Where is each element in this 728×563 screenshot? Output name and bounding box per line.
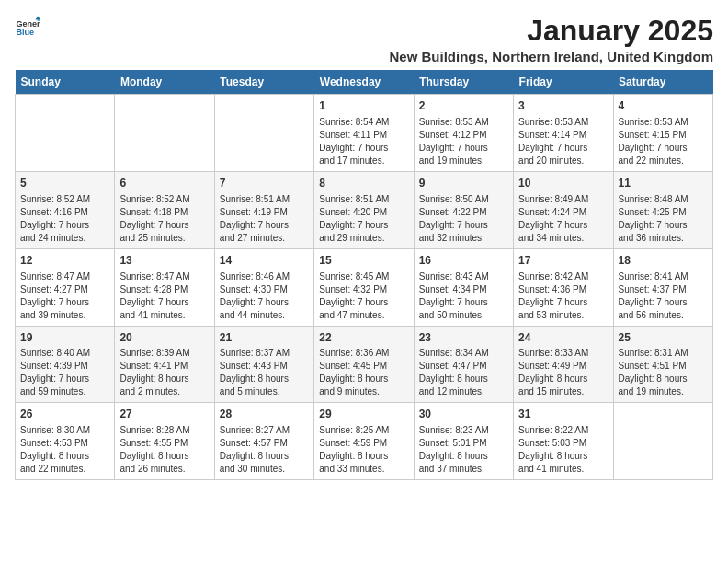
day-content: Sunrise: 8:39 AM Sunset: 4:41 PM Dayligh… xyxy=(119,347,209,398)
weekday-header-thursday: Thursday xyxy=(414,70,513,95)
day-number: 19 xyxy=(20,330,109,346)
calendar-cell: 25Sunrise: 8:31 AM Sunset: 4:51 PM Dayli… xyxy=(613,326,712,403)
day-number: 28 xyxy=(220,407,309,422)
day-number: 1 xyxy=(319,98,408,114)
day-number: 29 xyxy=(319,407,408,422)
calendar-cell: 9Sunrise: 8:50 AM Sunset: 4:22 PM Daylig… xyxy=(414,171,513,248)
calendar-cell: 24Sunrise: 8:33 AM Sunset: 4:49 PM Dayli… xyxy=(514,326,613,403)
day-content: Sunrise: 8:30 AM Sunset: 4:53 PM Dayligh… xyxy=(20,424,109,476)
logo-icon: General Blue xyxy=(15,15,40,40)
calendar-cell: 10Sunrise: 8:49 AM Sunset: 4:24 PM Dayli… xyxy=(514,171,613,248)
day-content: Sunrise: 8:43 AM Sunset: 4:34 PM Dayligh… xyxy=(419,270,508,322)
day-number: 9 xyxy=(419,176,508,191)
day-number: 15 xyxy=(319,253,408,269)
day-number: 20 xyxy=(119,330,209,346)
calendar-cell: 7Sunrise: 8:51 AM Sunset: 4:19 PM Daylig… xyxy=(214,171,313,248)
weekday-header-sunday: Sunday xyxy=(16,70,115,95)
calendar-cell: 30Sunrise: 8:23 AM Sunset: 5:01 PM Dayli… xyxy=(414,403,513,480)
calendar-cell: 1Sunrise: 8:54 AM Sunset: 4:11 PM Daylig… xyxy=(314,95,414,172)
calendar-cell: 4Sunrise: 8:53 AM Sunset: 4:15 PM Daylig… xyxy=(613,95,712,172)
day-content: Sunrise: 8:42 AM Sunset: 4:36 PM Dayligh… xyxy=(518,270,608,322)
day-content: Sunrise: 8:33 AM Sunset: 4:49 PM Dayligh… xyxy=(518,347,608,398)
calendar-cell: 13Sunrise: 8:47 AM Sunset: 4:28 PM Dayli… xyxy=(115,248,214,326)
calendar-cell: 22Sunrise: 8:36 AM Sunset: 4:45 PM Dayli… xyxy=(314,326,414,403)
day-content: Sunrise: 8:34 AM Sunset: 4:47 PM Dayligh… xyxy=(419,347,508,398)
calendar-cell: 23Sunrise: 8:34 AM Sunset: 4:47 PM Dayli… xyxy=(414,326,513,403)
weekday-header-tuesday: Tuesday xyxy=(214,70,313,95)
day-content: Sunrise: 8:51 AM Sunset: 4:19 PM Dayligh… xyxy=(220,193,309,245)
calendar-cell: 6Sunrise: 8:52 AM Sunset: 4:18 PM Daylig… xyxy=(115,171,214,248)
weekday-header-saturday: Saturday xyxy=(613,70,712,95)
month-title: January 2025 xyxy=(389,15,713,47)
day-content: Sunrise: 8:53 AM Sunset: 4:15 PM Dayligh… xyxy=(619,116,708,167)
day-content: Sunrise: 8:51 AM Sunset: 4:20 PM Dayligh… xyxy=(319,193,408,245)
calendar-cell: 17Sunrise: 8:42 AM Sunset: 4:36 PM Dayli… xyxy=(514,248,613,326)
svg-text:General: General xyxy=(16,19,40,29)
day-content: Sunrise: 8:49 AM Sunset: 4:24 PM Dayligh… xyxy=(518,193,608,245)
calendar-cell: 28Sunrise: 8:27 AM Sunset: 4:57 PM Dayli… xyxy=(214,403,313,480)
day-content: Sunrise: 8:48 AM Sunset: 4:25 PM Dayligh… xyxy=(619,193,708,245)
day-number: 26 xyxy=(20,407,109,422)
calendar-cell: 21Sunrise: 8:37 AM Sunset: 4:43 PM Dayli… xyxy=(214,326,313,403)
calendar-week-row: 5Sunrise: 8:52 AM Sunset: 4:16 PM Daylig… xyxy=(16,171,713,248)
title-area: January 2025 New Buildings, Northern Ire… xyxy=(389,15,713,64)
calendar-cell: 19Sunrise: 8:40 AM Sunset: 4:39 PM Dayli… xyxy=(16,326,115,403)
calendar-cell: 15Sunrise: 8:45 AM Sunset: 4:32 PM Dayli… xyxy=(314,248,414,326)
day-number: 30 xyxy=(419,407,508,422)
day-number: 7 xyxy=(220,176,309,191)
calendar-cell: 3Sunrise: 8:53 AM Sunset: 4:14 PM Daylig… xyxy=(514,95,613,172)
day-number: 10 xyxy=(518,176,608,191)
calendar-week-row: 12Sunrise: 8:47 AM Sunset: 4:27 PM Dayli… xyxy=(16,248,713,326)
day-content: Sunrise: 8:36 AM Sunset: 4:45 PM Dayligh… xyxy=(319,347,408,398)
day-content: Sunrise: 8:22 AM Sunset: 5:03 PM Dayligh… xyxy=(518,424,608,476)
day-number: 16 xyxy=(419,253,508,269)
calendar-cell: 27Sunrise: 8:28 AM Sunset: 4:55 PM Dayli… xyxy=(115,403,214,480)
day-content: Sunrise: 8:53 AM Sunset: 4:12 PM Dayligh… xyxy=(419,116,508,167)
day-number: 18 xyxy=(619,253,708,269)
day-content: Sunrise: 8:37 AM Sunset: 4:43 PM Dayligh… xyxy=(220,347,309,398)
day-number: 25 xyxy=(619,330,708,346)
day-content: Sunrise: 8:50 AM Sunset: 4:22 PM Dayligh… xyxy=(419,193,508,245)
calendar-week-row: 1Sunrise: 8:54 AM Sunset: 4:11 PM Daylig… xyxy=(16,95,713,172)
day-content: Sunrise: 8:47 AM Sunset: 4:27 PM Dayligh… xyxy=(20,270,109,322)
day-content: Sunrise: 8:23 AM Sunset: 5:01 PM Dayligh… xyxy=(419,424,508,476)
day-number: 5 xyxy=(20,176,109,191)
day-content: Sunrise: 8:31 AM Sunset: 4:51 PM Dayligh… xyxy=(619,347,708,398)
day-content: Sunrise: 8:25 AM Sunset: 4:59 PM Dayligh… xyxy=(319,424,408,476)
page-header: General Blue January 2025 New Buildings,… xyxy=(15,15,713,64)
day-number: 11 xyxy=(619,176,708,191)
calendar-cell: 16Sunrise: 8:43 AM Sunset: 4:34 PM Dayli… xyxy=(414,248,513,326)
calendar-cell: 18Sunrise: 8:41 AM Sunset: 4:37 PM Dayli… xyxy=(613,248,712,326)
day-content: Sunrise: 8:53 AM Sunset: 4:14 PM Dayligh… xyxy=(518,116,608,167)
calendar-cell: 5Sunrise: 8:52 AM Sunset: 4:16 PM Daylig… xyxy=(16,171,115,248)
day-number: 23 xyxy=(419,330,508,346)
day-content: Sunrise: 8:52 AM Sunset: 4:16 PM Dayligh… xyxy=(20,193,109,245)
day-number: 4 xyxy=(619,98,708,114)
weekday-header-row: SundayMondayTuesdayWednesdayThursdayFrid… xyxy=(16,70,713,95)
calendar-cell xyxy=(115,95,214,172)
svg-text:Blue: Blue xyxy=(16,28,34,37)
day-content: Sunrise: 8:40 AM Sunset: 4:39 PM Dayligh… xyxy=(20,347,109,398)
day-content: Sunrise: 8:52 AM Sunset: 4:18 PM Dayligh… xyxy=(119,193,209,245)
calendar-cell: 14Sunrise: 8:46 AM Sunset: 4:30 PM Dayli… xyxy=(214,248,313,326)
weekday-header-friday: Friday xyxy=(514,70,613,95)
calendar-cell xyxy=(214,95,313,172)
location-title: New Buildings, Northern Ireland, United … xyxy=(389,49,713,64)
calendar-cell: 29Sunrise: 8:25 AM Sunset: 4:59 PM Dayli… xyxy=(314,403,414,480)
day-content: Sunrise: 8:41 AM Sunset: 4:37 PM Dayligh… xyxy=(619,270,708,322)
day-number: 17 xyxy=(518,253,608,269)
day-content: Sunrise: 8:54 AM Sunset: 4:11 PM Dayligh… xyxy=(319,116,408,167)
day-content: Sunrise: 8:46 AM Sunset: 4:30 PM Dayligh… xyxy=(220,270,309,322)
day-number: 12 xyxy=(20,253,109,269)
day-number: 8 xyxy=(319,176,408,191)
calendar-cell: 11Sunrise: 8:48 AM Sunset: 4:25 PM Dayli… xyxy=(613,171,712,248)
day-number: 22 xyxy=(319,330,408,346)
day-number: 24 xyxy=(518,330,608,346)
day-number: 13 xyxy=(119,253,209,269)
calendar-week-row: 26Sunrise: 8:30 AM Sunset: 4:53 PM Dayli… xyxy=(16,403,713,480)
day-content: Sunrise: 8:45 AM Sunset: 4:32 PM Dayligh… xyxy=(319,270,408,322)
day-content: Sunrise: 8:28 AM Sunset: 4:55 PM Dayligh… xyxy=(119,424,209,476)
day-content: Sunrise: 8:27 AM Sunset: 4:57 PM Dayligh… xyxy=(220,424,309,476)
day-number: 2 xyxy=(419,98,508,114)
calendar-cell: 8Sunrise: 8:51 AM Sunset: 4:20 PM Daylig… xyxy=(314,171,414,248)
